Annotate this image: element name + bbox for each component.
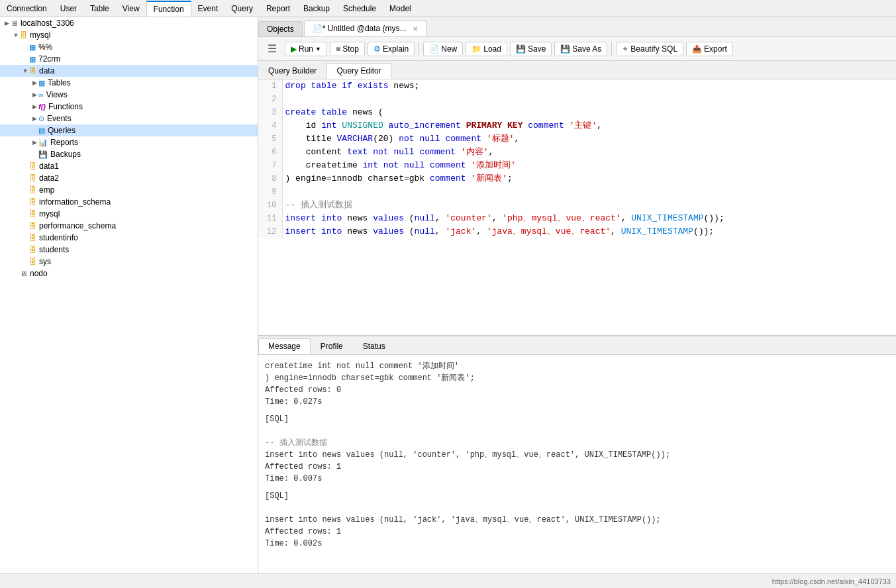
menu-event[interactable]: Event [191, 1, 225, 16]
line-code-7: createtime int not null comment '添加时间' [282, 159, 896, 172]
beautify-button[interactable]: ✦ Beautify SQL [616, 42, 683, 56]
menu-report[interactable]: Report [260, 1, 297, 16]
code-editor[interactable]: 1 drop table if exists news; 2 3 create … [258, 79, 896, 335]
sidebar-item-data1[interactable]: 🗄 data1 [0, 160, 258, 172]
sidebar-label-info: information_schema [39, 197, 111, 207]
bottom-tab-bar: Message Profile Status [258, 336, 896, 355]
sidebar-item-emp[interactable]: 🗄 emp [0, 184, 258, 196]
code-line-3: 3 create table news ( [258, 106, 896, 119]
sidebar-item-events[interactable]: ▶ ⊙ Events [0, 113, 258, 124]
saveas-button[interactable]: 💾 Save As [554, 42, 607, 56]
sidebar-item-students[interactable]: 🗄 students [0, 244, 258, 256]
db-icon-perf: 🗄 [29, 222, 36, 230]
sidebar-item-tables[interactable]: ▶ ▦ Tables [0, 77, 258, 89]
line-code-9 [282, 185, 896, 199]
msg-affected-3: Affected rows: 1 [265, 526, 889, 538]
code-line-11: 11 insert into news values (null, 'count… [258, 212, 896, 225]
code-line-1: 1 drop table if exists news; [258, 79, 896, 93]
db-icon-emp: 🗄 [29, 186, 36, 194]
bottom-panel: Message Profile Status createtime int no… [258, 335, 896, 573]
bottom-message-content: createtime int not null comment '添加时间' )… [258, 355, 896, 573]
sidebar-item-mysql[interactable]: ▼ 🗄 mysql [0, 29, 258, 41]
server-icon: 🖥 [11, 19, 18, 27]
msg-block-2: [SQL] -- 插入测试数据 insert into news values … [265, 413, 889, 485]
menu-query[interactable]: Query [224, 1, 260, 16]
sidebar-item-data2[interactable]: 🗄 data2 [0, 172, 258, 184]
msg-time-1: Time: 0.027s [265, 396, 889, 408]
db-icon-mysql: 🗄 [20, 31, 27, 39]
explain-button[interactable]: ⚙ Explain [368, 42, 415, 56]
toolbar: ☰ ▶ Run ▼ ■ Stop ⚙ Explain 📄 New 📁 Load [258, 37, 896, 61]
menu-model[interactable]: Model [383, 1, 418, 16]
line-code-5: title VARCHAR(20) not null comment '标题', [282, 132, 896, 146]
code-line-4: 4 id int UNSIGNED auto_increment PRIMARY… [258, 119, 896, 132]
menu-backup[interactable]: Backup [297, 1, 336, 16]
sidebar-item-nodo[interactable]: 🖥 nodo [0, 268, 258, 279]
line-code-8: ) engine=innodb charset=gbk comment '新闻表… [282, 172, 896, 185]
export-button[interactable]: 📤 Export [686, 42, 733, 56]
tab-editor[interactable]: 📄* Untitled @data (mys... ✕ [304, 21, 426, 36]
load-label: Load [483, 44, 501, 54]
code-line-12: 12 insert into news values (null, 'jack'… [258, 225, 896, 238]
db-icon-data1: 🗄 [29, 162, 36, 170]
line-code-11: insert into news values (null, 'counter'… [282, 212, 896, 225]
sidebar-item-views[interactable]: ▶ ∞ Views [0, 89, 258, 101]
tree-arrow-reports: ▶ [30, 139, 38, 146]
sidebar-item-information-schema[interactable]: 🗄 information_schema [0, 196, 258, 208]
sidebar-item-reports[interactable]: ▶ 📊 Reports [0, 136, 258, 148]
sidebar-item-localhost[interactable]: ▶ 🖥 localhost_3306 [0, 17, 258, 29]
line-num-6: 6 [258, 146, 282, 159]
menu-schedule[interactable]: Schedule [336, 1, 383, 16]
db-icon-data: 🗄 [29, 67, 36, 75]
run-dropdown-icon[interactable]: ▼ [315, 46, 321, 52]
right-panel: Objects 📄* Untitled @data (mys... ✕ ☰ ▶ … [258, 17, 896, 573]
sub-tab-editor[interactable]: Query Editor [326, 63, 391, 79]
sidebar-label-localhost: localhost_3306 [21, 19, 74, 28]
sidebar-item-72crm[interactable]: ▦ 72crm [0, 53, 258, 65]
toolbar-sep-1 [419, 42, 419, 56]
sidebar-item-functions[interactable]: ▶ f() Functions [0, 101, 258, 113]
tab-objects[interactable]: Objects [258, 21, 303, 36]
code-line-8: 8 ) engine=innodb charset=gbk comment '新… [258, 172, 896, 185]
sidebar-label-queries: Queries [48, 126, 75, 135]
save-button[interactable]: 💾 Save [510, 42, 552, 56]
code-line-7: 7 createtime int not null comment '添加时间' [258, 159, 896, 172]
run-button[interactable]: ▶ Run ▼ [285, 42, 327, 56]
bottom-tab-message[interactable]: Message [258, 338, 311, 354]
menu-user[interactable]: User [54, 1, 83, 16]
menu-connection[interactable]: Connection [0, 1, 54, 16]
bottom-tab-profile[interactable]: Profile [311, 338, 353, 354]
new-button[interactable]: 📄 New [423, 42, 463, 56]
sidebar-label-data2: data2 [39, 173, 59, 183]
sidebar-label-emp: emp [39, 185, 54, 195]
load-button[interactable]: 📁 Load [466, 42, 507, 56]
sidebar-label-mysql2: mysql [39, 209, 60, 219]
sidebar-item-data[interactable]: ▼ 🗄 data [0, 65, 258, 77]
stop-button[interactable]: ■ Stop [330, 42, 365, 56]
sidebar-item-queries[interactable]: ▤ Queries [0, 124, 258, 136]
report-icon-reports: 📊 [38, 138, 48, 147]
sidebar-label-functions: Functions [48, 102, 83, 111]
explain-icon: ⚙ [373, 44, 381, 54]
line-num-10: 10 [258, 199, 282, 212]
server-icon-nodo: 🖥 [20, 270, 27, 277]
bottom-tab-status[interactable]: Status [353, 338, 395, 354]
sidebar-item-performance[interactable]: 🗄 performance_schema [0, 220, 258, 232]
sidebar-item-studentinfo[interactable]: 🗄 studentinfo [0, 232, 258, 244]
hamburger-menu-button[interactable]: ☰ [262, 40, 282, 58]
tab-close-icon[interactable]: ✕ [413, 25, 418, 32]
msg-line: ) engine=innodb charset=gbk comment '新闻表… [265, 372, 889, 384]
msg-sql-tag-2: [SQL] [265, 490, 889, 502]
sidebar-item-pct[interactable]: ▦ %% [0, 41, 258, 53]
sidebar-item-backups[interactable]: 💾 Backups [0, 148, 258, 160]
line-num-12: 12 [258, 225, 282, 238]
menu-view[interactable]: View [116, 1, 146, 16]
sidebar-item-sys[interactable]: 🗄 sys [0, 256, 258, 268]
sidebar-item-mysql2[interactable]: 🗄 mysql [0, 208, 258, 220]
sub-tab-builder[interactable]: Query Builder [258, 63, 326, 79]
line-code-1: drop table if exists news; [282, 79, 896, 93]
tree-arrow-events: ▶ [30, 115, 38, 122]
menu-function[interactable]: Function [146, 1, 191, 17]
menu-table[interactable]: Table [83, 1, 116, 16]
save-icon: 💾 [516, 44, 526, 54]
